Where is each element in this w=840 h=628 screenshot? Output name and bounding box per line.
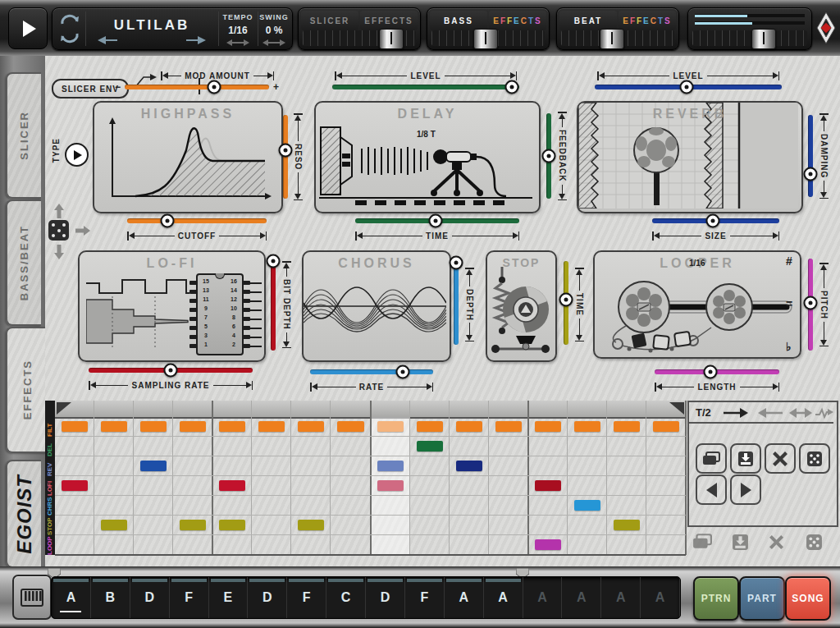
pattern-slot-10[interactable]: F (405, 577, 445, 618)
grid-cell[interactable] (180, 520, 206, 530)
pattern-slot-13[interactable]: A (523, 577, 563, 618)
redo-icon[interactable] (59, 30, 80, 45)
copy-button[interactable] (696, 443, 727, 474)
depth-knob[interactable] (450, 256, 463, 270)
reso-slider[interactable] (283, 115, 288, 199)
depth-slider[interactable] (454, 261, 459, 345)
dice-icon[interactable] (48, 220, 69, 241)
randomize-button[interactable] (799, 443, 830, 474)
preset-prev-icon[interactable] (98, 36, 117, 44)
pattern-slot-6[interactable]: D (248, 577, 287, 618)
pattern-slot-7[interactable]: F (287, 577, 326, 618)
play-button[interactable] (8, 7, 48, 49)
pattern-slot-16[interactable]: A (641, 577, 680, 618)
reverb-level-slider[interactable] (595, 85, 782, 89)
mod-amount-slider[interactable] (125, 85, 269, 89)
feedback-slider[interactable] (546, 113, 551, 199)
pattern-slot-1[interactable]: A (52, 577, 91, 618)
grid-cell[interactable] (377, 421, 404, 432)
grid-cell[interactable] (535, 539, 561, 550)
random-down-icon[interactable] (53, 245, 65, 259)
pattern-slot-2[interactable]: B (91, 577, 130, 618)
pitch-slider[interactable] (808, 259, 813, 351)
grid-cell[interactable] (298, 520, 324, 530)
bass-mix-fader[interactable] (431, 30, 545, 46)
pattern-slot-15[interactable]: A (601, 577, 641, 618)
part-button[interactable]: PART (739, 576, 785, 621)
next-step-button[interactable] (730, 474, 761, 505)
toggle-effects[interactable]: EFFECTS (489, 11, 546, 30)
toggle-effects[interactable]: EFFECTS (360, 11, 418, 30)
grid-cell[interactable] (535, 421, 561, 432)
feedback-knob[interactable] (542, 149, 556, 163)
stop-time-knob[interactable] (559, 292, 573, 306)
mod-amount-knob[interactable] (208, 80, 221, 94)
sidebar-tab-egoist[interactable]: EGOIST (6, 460, 41, 568)
scramble-icon[interactable] (815, 406, 833, 419)
master-volume-fader[interactable] (692, 30, 807, 46)
grid-cell[interactable] (574, 500, 600, 511)
grid-cell[interactable] (337, 421, 363, 432)
pattern-slot-11[interactable]: A (445, 577, 484, 618)
length-slider[interactable] (655, 369, 779, 374)
grid-cell[interactable] (298, 421, 324, 432)
grid-cell[interactable] (535, 480, 561, 491)
swing-value[interactable]: 0 % (256, 25, 292, 36)
size-knob[interactable] (706, 214, 720, 228)
undo-icon[interactable] (59, 12, 80, 27)
clear-button[interactable] (765, 443, 796, 474)
filter-type-button[interactable] (65, 143, 89, 167)
delay-time-knob[interactable] (429, 214, 443, 228)
bitdepth-knob[interactable] (267, 254, 281, 268)
size-slider[interactable] (652, 218, 779, 223)
rate-knob[interactable] (395, 365, 409, 379)
grid-cell[interactable] (417, 441, 443, 452)
pattern-slot-14[interactable]: A (562, 577, 601, 618)
grid-cell[interactable] (456, 461, 482, 471)
pattern-slot-5[interactable]: E (209, 577, 249, 618)
pattern-slot-3[interactable]: D (130, 577, 170, 618)
random-right-icon[interactable] (75, 225, 90, 236)
grid-cell[interactable] (574, 421, 600, 432)
shift-left-icon[interactable] (758, 407, 783, 419)
tempo-drag-icon[interactable] (226, 39, 249, 46)
fader-cap[interactable] (379, 29, 404, 49)
preset-next-icon[interactable] (186, 36, 206, 44)
cutoff-slider[interactable] (127, 218, 267, 223)
damping-knob[interactable] (804, 167, 818, 181)
transpose-label[interactable]: T/2 (696, 406, 711, 419)
samplingrate-slider[interactable] (89, 368, 253, 373)
length-knob[interactable] (704, 365, 718, 379)
bitdepth-slider[interactable] (271, 259, 276, 351)
grid-cell[interactable] (140, 421, 167, 432)
ptrn-button[interactable]: PTRN (693, 576, 739, 621)
toggle-bass[interactable]: BASS (430, 11, 487, 30)
random-up-icon[interactable] (53, 204, 65, 218)
grid-cell[interactable] (219, 480, 245, 491)
grid-cell[interactable] (614, 520, 640, 530)
sidebar-tab-slicer[interactable]: SLICER (6, 72, 41, 199)
sidebar-tab-effects[interactable]: EFFECTS (6, 327, 47, 453)
grid-cell[interactable] (653, 421, 679, 432)
reverb-level-knob[interactable] (679, 80, 693, 94)
grid-cell[interactable] (456, 421, 482, 432)
pattern-slot-12[interactable]: A (484, 577, 523, 618)
global-paste-icon[interactable] (732, 534, 749, 551)
master-fader-cap[interactable] (751, 29, 776, 49)
pattern-slot-8[interactable]: C (326, 577, 366, 618)
toggle-slicer[interactable]: SLICER (301, 11, 358, 30)
sequencer-grid[interactable] (55, 401, 686, 555)
toggle-effects[interactable]: EFFECTS (619, 11, 676, 30)
grid-cell[interactable] (377, 461, 404, 471)
grid-cell[interactable] (219, 421, 245, 432)
grid-cell[interactable] (62, 480, 88, 491)
pitch-knob[interactable] (804, 296, 818, 309)
sidebar-tab-bassbeat[interactable]: BASS/BEAT (6, 199, 41, 326)
beat-mix-fader[interactable] (561, 30, 674, 46)
slicer-mix-fader[interactable] (303, 30, 416, 46)
grid-cell[interactable] (258, 421, 285, 432)
delay-level-slider[interactable] (332, 85, 519, 89)
song-button[interactable]: SONG (785, 576, 831, 621)
grid-cell[interactable] (417, 421, 443, 432)
global-clear-icon[interactable] (769, 535, 783, 549)
